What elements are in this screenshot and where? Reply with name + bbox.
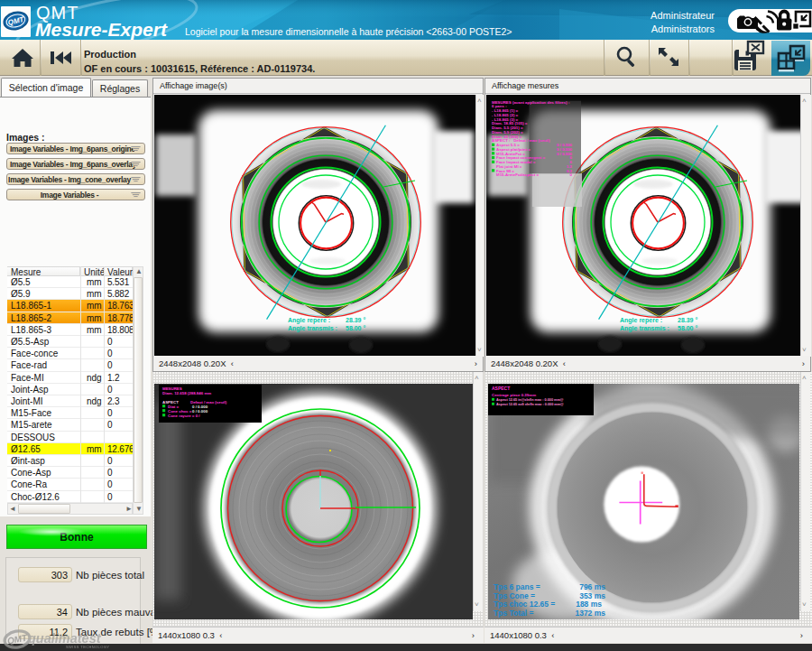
svg-text:Tps Total =: Tps Total = — [494, 609, 534, 618]
svg-text:Angle transmis :: Angle transmis : — [288, 325, 337, 332]
svg-text:353 ms: 353 ms — [579, 591, 605, 600]
svg-text:Diam. 12.658 (288.846 mm: Diam. 12.658 (288.846 mm — [162, 391, 211, 395]
svg-text:Tps Cone =: Tps Cone = — [494, 591, 535, 600]
svg-text:796 ms: 796 ms — [579, 582, 605, 591]
svg-text:SWISS TECHNOLOGY: SWISS TECHNOLOGY — [66, 645, 109, 649]
svg-text:Angle transmis :: Angle transmis : — [620, 325, 669, 332]
svg-text:1372 ms: 1372 ms — [575, 609, 605, 618]
svg-text:Tps 6 pans =: Tps 6 pans = — [494, 582, 540, 591]
svg-text:Cone rayure = 0 /: Cone rayure = 0 / — [168, 414, 200, 418]
svg-text:188 ms: 188 ms — [576, 600, 602, 609]
svg-text:28.39 °: 28.39 ° — [678, 317, 697, 323]
svg-text:Angle repere :: Angle repere : — [620, 317, 662, 324]
svg-text:58.00 °: 58.00 ° — [346, 325, 365, 331]
svg-text:Aspect 12.65 ax9 xInfIn max :: Aspect 12.65 ax9 xInfIn max : 0.000 mm@ — [496, 403, 564, 406]
svg-text:ASPECT: ASPECT — [492, 386, 510, 391]
svg-text:M15-AreteFut/aspect =: M15-AreteFut/aspect = — [496, 172, 539, 177]
svg-text:58.00 °: 58.00 ° — [678, 325, 697, 331]
svg-text:28.39 °: 28.39 ° — [346, 317, 365, 323]
svg-text:Aspect 12.65 in@xInfIn max : 0: Aspect 12.65 in@xInfIn max : 0.000 mm@ — [496, 398, 564, 402]
svg-text:Angle repere :: Angle repere : — [288, 317, 330, 324]
svg-text:Tps choc 12.65 =: Tps choc 12.65 = — [494, 600, 555, 609]
svg-text:Centrage piece 0.39mm: Centrage piece 0.39mm — [492, 393, 536, 397]
